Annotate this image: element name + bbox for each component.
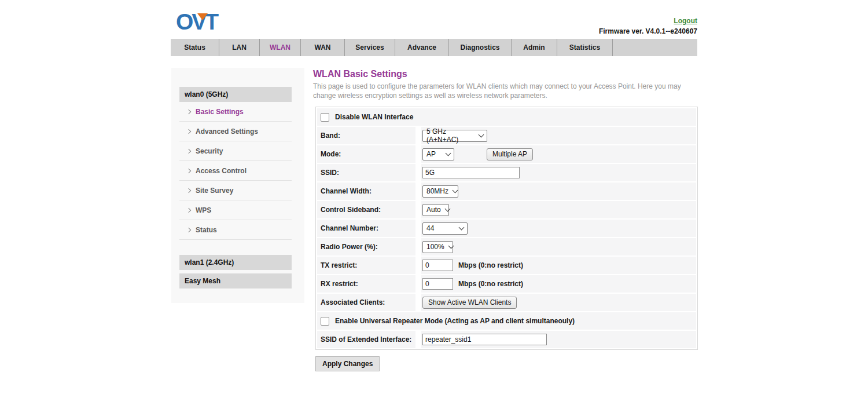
sidebar-header-easy-mesh[interactable]: Easy Mesh <box>179 273 292 289</box>
chevron-right-icon <box>186 188 191 193</box>
sidebar-item-access-control[interactable]: Access Control <box>171 161 304 181</box>
tab-statistics[interactable]: Statistics <box>557 39 613 56</box>
form-row-radio-power: Radio Power (%): 100% <box>317 238 696 255</box>
form-row-disable-wlan: Disable WLAN Interface <box>317 108 696 126</box>
disable-wlan-checkbox[interactable] <box>321 113 329 122</box>
channel-number-label: Channel Number: <box>321 224 378 232</box>
mode-label: Mode: <box>321 150 341 158</box>
form-row-band: Band: 5 GHz (A+N+AC) <box>317 127 696 144</box>
tab-wlan[interactable]: WLAN <box>260 39 301 56</box>
tab-lan[interactable]: LAN <box>219 39 260 56</box>
sidebar-item-label: Security <box>196 147 223 155</box>
page-description: This page is used to configure the param… <box>313 82 689 100</box>
band-select-value: 5 GHz (A+N+AC) <box>426 127 475 144</box>
sidebar-item-label: WPS <box>196 206 211 214</box>
rx-restrict-suffix: Mbps (0:no restrict) <box>458 280 523 288</box>
nav-filler <box>613 39 697 56</box>
form-row-ssid-extended: SSID of Extended Interface: <box>317 331 696 348</box>
chevron-right-icon <box>186 228 191 232</box>
rx-restrict-label: RX restrict: <box>321 280 358 288</box>
ssid-extended-label: SSID of Extended Interface: <box>321 335 411 344</box>
chevron-right-icon <box>186 169 191 173</box>
chevron-down-icon <box>444 206 450 212</box>
sidebar-spacer <box>171 240 304 255</box>
form-row-repeater: Enable Universal Repeater Mode (Acting a… <box>317 312 696 330</box>
radio-power-select-value: 100% <box>426 243 444 251</box>
show-active-wlan-clients-button[interactable]: Show Active WLAN Clients <box>422 297 517 309</box>
apply-changes-button[interactable]: Apply Changes <box>315 356 380 371</box>
top-nav: Status LAN WLAN WAN Services Advance Dia… <box>171 39 697 56</box>
sidebar: wlan0 (5GHz) Basic Settings Advanced Set… <box>171 68 304 303</box>
band-label: Band: <box>321 132 340 140</box>
logout-link[interactable]: Logout <box>674 17 697 25</box>
channel-number-select-value: 44 <box>426 224 434 232</box>
tx-restrict-suffix: Mbps (0:no restrict) <box>458 261 523 269</box>
tab-admin[interactable]: Admin <box>512 39 557 56</box>
ssid-input[interactable] <box>422 167 520 178</box>
sidebar-header-wlan1[interactable]: wlan1 (2.4GHz) <box>179 255 292 270</box>
channel-width-select[interactable]: 80MHz <box>422 185 458 198</box>
channel-number-select[interactable]: 44 <box>422 222 468 235</box>
form-row-control-sideband: Control Sideband: Auto <box>317 201 696 218</box>
multiple-ap-button[interactable]: Multiple AP <box>487 148 533 160</box>
chevron-right-icon <box>186 129 191 134</box>
chevron-right-icon <box>186 149 191 154</box>
sidebar-item-label: Status <box>196 226 217 234</box>
mode-select[interactable]: AP <box>422 148 454 160</box>
form-row-channel-width: Channel Width: 80MHz <box>317 182 696 200</box>
associated-clients-label: Associated Clients: <box>321 298 385 306</box>
chevron-right-icon <box>186 109 191 114</box>
control-sideband-label: Control Sideband: <box>321 206 381 214</box>
chevron-down-icon <box>446 151 451 156</box>
radio-power-label: Radio Power (%): <box>321 243 378 251</box>
sidebar-item-security[interactable]: Security <box>171 141 304 161</box>
chevron-down-icon <box>479 132 484 138</box>
sidebar-item-label: Basic Settings <box>196 108 244 116</box>
band-select[interactable]: 5 GHz (A+N+AC) <box>422 130 487 142</box>
tab-wan[interactable]: WAN <box>301 39 345 56</box>
channel-width-label: Channel Width: <box>321 187 372 195</box>
ovt-logo-triangle-icon <box>197 13 208 20</box>
tx-restrict-input[interactable] <box>422 260 453 271</box>
sidebar-item-label: Site Survey <box>196 187 233 195</box>
repeater-mode-label: Enable Universal Repeater Mode (Acting a… <box>335 317 575 325</box>
sidebar-item-label: Access Control <box>196 167 247 175</box>
radio-power-select[interactable]: 100% <box>422 241 453 253</box>
rx-restrict-input[interactable] <box>422 278 453 290</box>
repeater-mode-checkbox[interactable] <box>321 317 329 326</box>
ssid-label: SSID: <box>321 169 339 177</box>
chevron-down-icon <box>453 188 458 193</box>
mode-select-value: AP <box>426 150 436 158</box>
sidebar-header-wlan0[interactable]: wlan0 (5GHz) <box>179 87 292 102</box>
form-row-rx-restrict: RX restrict: Mbps (0:no restrict) <box>317 275 696 293</box>
page-title: WLAN Basic Settings <box>313 69 698 79</box>
form-row-tx-restrict: TX restrict: Mbps (0:no restrict) <box>317 257 696 274</box>
sidebar-item-wps[interactable]: WPS <box>171 200 304 220</box>
sidebar-item-status[interactable]: Status <box>171 220 304 240</box>
sidebar-item-site-survey[interactable]: Site Survey <box>171 181 304 200</box>
form-row-channel-number: Channel Number: 44 <box>317 220 696 237</box>
sidebar-item-label: Advanced Settings <box>196 127 258 136</box>
chevron-down-icon <box>448 243 454 249</box>
tab-status[interactable]: Status <box>171 39 219 56</box>
chevron-right-icon <box>186 208 191 213</box>
tab-advance[interactable]: Advance <box>395 39 449 56</box>
control-sideband-select-value: Auto <box>426 206 441 214</box>
form-row-ssid: SSID: <box>317 164 696 181</box>
settings-panel: Disable WLAN Interface Band: 5 GHz (A+N+… <box>315 107 698 350</box>
form-row-associated-clients: Associated Clients: Show Active WLAN Cli… <box>317 294 696 311</box>
channel-width-select-value: 80MHz <box>426 187 448 195</box>
ovt-logo: OVT <box>176 9 228 35</box>
ssid-extended-input[interactable] <box>422 334 547 345</box>
tab-services[interactable]: Services <box>345 39 395 56</box>
control-sideband-select[interactable]: Auto <box>422 204 449 216</box>
tx-restrict-label: TX restrict: <box>321 261 357 269</box>
sidebar-item-basic-settings[interactable]: Basic Settings <box>171 102 304 122</box>
tab-diagnostics[interactable]: Diagnostics <box>449 39 512 56</box>
disable-wlan-label: Disable WLAN Interface <box>335 113 413 121</box>
firmware-version: Firmware ver. V4.0.1--e240607 <box>599 27 697 35</box>
header-right: Logout Firmware ver. V4.0.1--e240607 <box>599 15 697 35</box>
main-content: WLAN Basic Settings This page is used to… <box>313 69 698 371</box>
sidebar-item-advanced-settings[interactable]: Advanced Settings <box>171 122 304 141</box>
form-row-mode: Mode: AP Multiple AP <box>317 145 696 163</box>
